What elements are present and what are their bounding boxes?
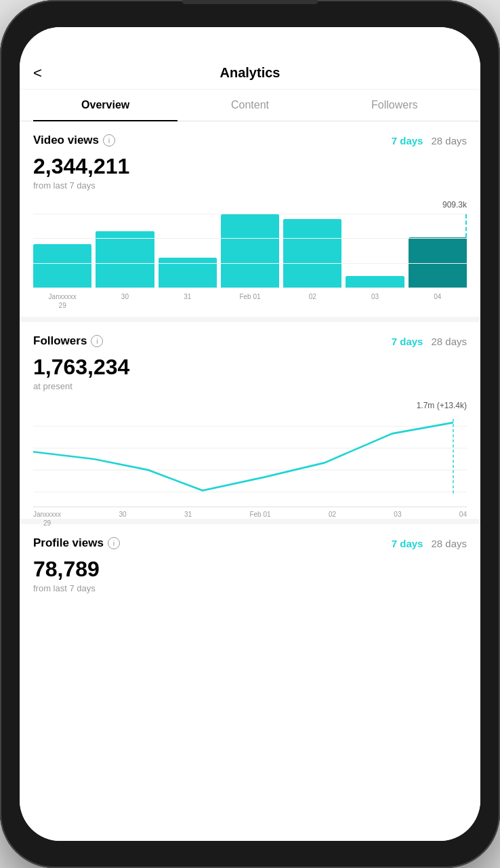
video-views-info-icon[interactable]: i xyxy=(103,134,115,146)
followers-period-btns: 7 days 28 days xyxy=(392,336,467,347)
followers-info-icon[interactable]: i xyxy=(91,335,103,347)
video-views-section: Video views i 7 days 28 days 2,344,211 f… xyxy=(20,121,480,322)
video-views-title-row: Video views i xyxy=(33,134,115,147)
bar-item xyxy=(221,214,279,288)
followers-title: Followers xyxy=(33,334,87,348)
bar-wrapper xyxy=(33,244,91,288)
tab-content[interactable]: Content xyxy=(178,90,322,121)
phone-frame: < Analytics Overview Content Followers xyxy=(0,0,500,868)
video-views-28days-btn[interactable]: 28 days xyxy=(431,135,467,146)
followers-stat: 1,763,234 xyxy=(33,355,467,380)
profile-views-7days-btn[interactable]: 7 days xyxy=(392,538,423,549)
followers-line-svg xyxy=(33,412,467,507)
profile-views-title: Profile views xyxy=(33,536,104,550)
x-labels: Janxxxxx293031Feb 01020304 xyxy=(33,288,467,310)
bar-item xyxy=(346,276,404,288)
tab-overview[interactable]: Overview xyxy=(33,90,178,121)
profile-views-title-row: Profile views i xyxy=(33,536,120,550)
video-views-title: Video views xyxy=(33,134,99,147)
profile-views-header: Profile views i 7 days 28 days xyxy=(33,536,467,550)
followers-title-row: Followers i xyxy=(33,334,103,348)
followers-sub: at present xyxy=(33,381,467,391)
followers-x-labels: Janxxxxx29 30 31 Feb 01 02 03 04 xyxy=(33,507,467,528)
phone-screen: < Analytics Overview Content Followers xyxy=(20,27,480,841)
followers-section: Followers i 7 days 28 days 1,763,234 at … xyxy=(20,322,480,524)
tab-bar: Overview Content Followers xyxy=(20,90,480,121)
video-views-chart: 909.3k Janxxxxx293031Feb 01020304 xyxy=(33,200,467,310)
x-label-item: 31 xyxy=(159,292,217,310)
bar-item xyxy=(283,219,341,288)
video-views-7days-btn[interactable]: 7 days xyxy=(392,135,423,146)
bar-wrapper xyxy=(221,214,279,288)
bar-wrapper xyxy=(96,231,154,288)
x-label-item: 30 xyxy=(96,292,154,310)
x-label-item: Feb 01 xyxy=(221,292,279,310)
followers-28days-btn[interactable]: 28 days xyxy=(431,336,467,347)
followers-chart: 1.7m (+13.4k) Janxxxxx29 xyxy=(33,401,467,509)
x-label-item: 02 xyxy=(283,292,341,310)
followers-header: Followers i 7 days 28 days xyxy=(33,334,467,348)
app-content: < Analytics Overview Content Followers xyxy=(20,57,480,841)
bar-wrapper xyxy=(159,258,217,288)
profile-views-28days-btn[interactable]: 28 days xyxy=(431,538,467,549)
followers-chart-max: 1.7m (+13.4k) xyxy=(33,401,467,410)
tab-followers[interactable]: Followers xyxy=(322,90,467,121)
x-label-item: 03 xyxy=(346,292,404,310)
video-views-period-btns: 7 days 28 days xyxy=(392,135,467,146)
profile-views-period-btns: 7 days 28 days xyxy=(392,538,467,549)
bar-wrapper xyxy=(409,214,467,288)
profile-views-stat: 78,789 xyxy=(33,557,467,582)
profile-views-section: Profile views i 7 days 28 days 78,789 fr… xyxy=(20,524,480,610)
x-label-item: 04 xyxy=(409,292,467,310)
bar-item-last xyxy=(409,237,467,288)
status-bar xyxy=(20,27,480,57)
followers-7days-btn[interactable]: 7 days xyxy=(392,336,423,347)
profile-views-info-icon[interactable]: i xyxy=(108,537,120,549)
profile-views-sub: from last 7 days xyxy=(33,583,467,593)
bar-item xyxy=(96,231,154,288)
bar-wrapper xyxy=(283,219,341,288)
x-label-item: Janxxxxx29 xyxy=(33,292,91,310)
bar-chart xyxy=(33,200,467,288)
page-title: Analytics xyxy=(220,65,280,81)
bar-wrapper xyxy=(346,276,404,288)
dashed-vertical xyxy=(438,214,467,237)
bar-item xyxy=(159,258,217,288)
bar-item xyxy=(33,244,91,288)
video-views-stat: 2,344,211 xyxy=(33,154,467,179)
app-header: < Analytics xyxy=(20,57,480,90)
back-button[interactable]: < xyxy=(33,64,42,82)
video-views-sub: from last 7 days xyxy=(33,180,467,191)
video-views-header: Video views i 7 days 28 days xyxy=(33,134,467,147)
